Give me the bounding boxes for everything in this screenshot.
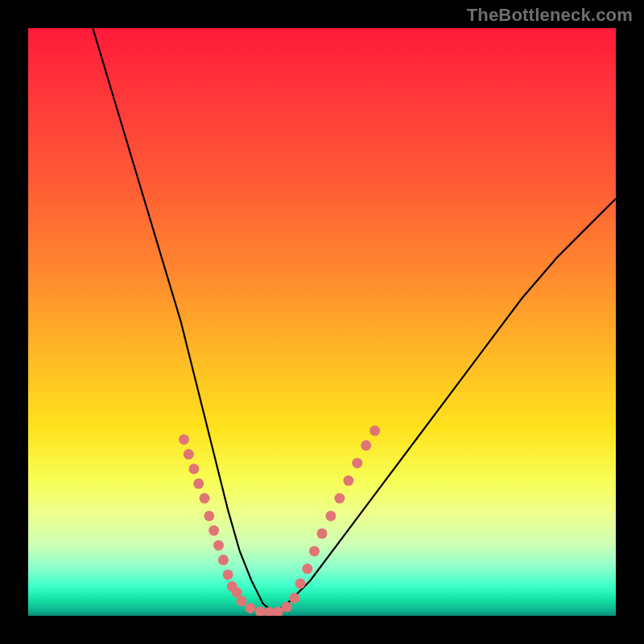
marker-dot — [289, 593, 299, 604]
plot-area — [28, 28, 616, 616]
marker-dot — [343, 476, 353, 486]
marker-dot — [282, 602, 292, 613]
marker-dot — [317, 528, 328, 539]
marker-dot — [245, 603, 255, 613]
marker-dot — [309, 546, 320, 556]
marker-dot — [352, 458, 362, 469]
marker-dot — [232, 587, 242, 597]
marker-dot — [204, 510, 214, 521]
marker-dot — [295, 578, 306, 588]
watermark-text: TheBottleneck.com — [467, 5, 633, 26]
bottleneck-curve — [93, 28, 616, 613]
chart-frame: TheBottleneck.com — [0, 0, 644, 644]
marker-dot — [223, 569, 233, 580]
marker-dot — [218, 555, 229, 565]
marker-dot — [325, 510, 336, 521]
marker-dot — [237, 596, 247, 606]
marker-dot — [200, 493, 210, 504]
marker-dot — [193, 478, 204, 489]
marker-dot — [179, 435, 189, 445]
marker-dot — [302, 564, 312, 574]
marker-dot — [369, 426, 380, 436]
marker-dot — [184, 449, 194, 460]
marker-dot — [188, 464, 199, 474]
marker-dot — [334, 493, 345, 504]
marker-dot — [213, 540, 224, 551]
marker-dot — [208, 526, 219, 536]
chart-svg — [28, 28, 616, 616]
highlight-dots — [179, 426, 380, 616]
marker-dot — [361, 440, 371, 451]
marker-dot — [255, 606, 266, 616]
